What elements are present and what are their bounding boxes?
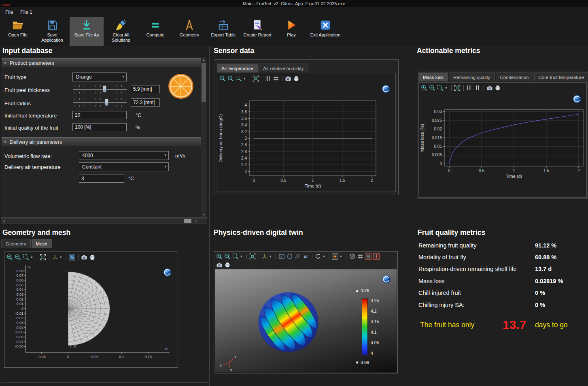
camera-icon[interactable] (486, 85, 493, 91)
mesh-plot-panel: ▾▾ 0.080.070.060.050.040.030.020.010-0.0… (4, 252, 178, 368)
fruit-type-select[interactable]: Orange ▾ (72, 73, 127, 81)
camera-icon[interactable] (216, 262, 223, 268)
slider-handle[interactable] (103, 85, 106, 92)
delivery-air-temperature-select[interactable]: Constant ▾ (79, 162, 169, 171)
view-yz-icon[interactable] (287, 253, 293, 260)
scroll-right-icon[interactable]: ► (194, 219, 199, 223)
horizontal-scrollbar[interactable]: ◄ ► (1, 218, 207, 224)
scrollbar-thumb[interactable] (202, 63, 206, 102)
caret-down-icon[interactable]: ▾ (445, 86, 449, 90)
zoom-box-icon[interactable] (232, 253, 239, 260)
print-icon[interactable] (89, 254, 96, 260)
zoom-extents-icon[interactable] (249, 253, 256, 260)
zoom-in-icon[interactable] (6, 254, 13, 260)
slider-track[interactable] (73, 89, 127, 90)
toolbar-geometry-button[interactable]: Geometry (172, 17, 206, 46)
zoom-out-icon[interactable] (15, 254, 21, 260)
grid-lines-icon[interactable] (474, 85, 481, 91)
zoom-in-icon[interactable] (219, 75, 226, 82)
zoom-out-icon[interactable] (227, 75, 234, 82)
svg-text:2: 2 (244, 169, 247, 174)
caret-down-icon[interactable]: ▾ (244, 77, 247, 81)
caret-down-icon[interactable]: ▾ (340, 254, 344, 258)
axis-orientation-icon[interactable] (261, 253, 268, 260)
grid-lines-icon[interactable] (357, 253, 364, 260)
go-button-icon[interactable] (332, 253, 339, 260)
toolbar-export-table-button[interactable]: Export Table (206, 17, 240, 46)
scroll-up-icon[interactable]: ▲ (201, 58, 206, 62)
scene-cube-icon[interactable] (349, 253, 356, 260)
caret-down-icon[interactable]: ▾ (240, 254, 244, 258)
zoom-extents-icon[interactable] (40, 254, 47, 260)
transparency-icon[interactable] (365, 253, 372, 260)
zoom-in-icon[interactable] (216, 253, 223, 260)
peel-thickness-value[interactable] (131, 85, 160, 93)
massloss-chart-canvas[interactable]: 00.511.5200.0050.010.0150.020.0250.03Tim… (419, 92, 587, 198)
axis-orientation-icon[interactable] (52, 254, 59, 260)
section-product-parameters[interactable]: ▾ Product parameters (2, 58, 201, 67)
toolbar-exit-application-button[interactable]: Exit Application (308, 17, 342, 46)
toolbar-create-report-button[interactable]: Create Report (240, 17, 274, 46)
caret-down-icon[interactable]: ▾ (31, 255, 34, 259)
y-axis-lines-icon[interactable] (265, 75, 272, 82)
camera-icon[interactable] (81, 254, 88, 260)
toolbar-compute-button[interactable]: Compute (138, 17, 172, 46)
actionable-metrics-title: Actionable metrics (417, 47, 480, 55)
scrollbar-thumb[interactable] (184, 219, 191, 223)
metrics-tab-remaining-quality[interactable]: Remaining quality (449, 73, 495, 81)
toolbar-open-file-button[interactable]: Open File (1, 17, 35, 46)
rotate-view-icon[interactable] (315, 253, 322, 260)
vertical-scrollbar[interactable]: ▲ ▼ (201, 58, 206, 217)
flow-rate-select[interactable]: 4000 ▾ (79, 151, 169, 160)
print-icon[interactable] (224, 262, 231, 268)
menu-file-1[interactable]: File 1 (17, 8, 36, 16)
metrics-tab-mass-loss[interactable]: Mass loss (418, 73, 448, 81)
view-xz-icon[interactable] (295, 253, 301, 260)
zoom-out-icon[interactable] (224, 253, 231, 260)
print-icon[interactable] (293, 75, 300, 82)
mesh-render-icon[interactable] (69, 254, 76, 260)
delivery-temperature-input[interactable] (79, 175, 124, 183)
scroll-down-icon[interactable]: ▼ (201, 212, 206, 217)
caret-down-icon[interactable]: ▾ (270, 254, 273, 258)
slider-handle[interactable] (105, 99, 108, 106)
sensor-tab-air-temperature[interactable]: Air temperature (217, 64, 258, 73)
initial-quality-input[interactable] (72, 123, 127, 131)
camera-icon[interactable] (285, 75, 292, 82)
toolbar-clear-all-solutions-button[interactable]: Clear All Solutions (104, 17, 138, 46)
zoom-extents-icon[interactable] (253, 75, 259, 82)
peel-thickness-slider[interactable] (72, 84, 127, 94)
toolbar-save-file-as-button[interactable]: Save File As (70, 17, 104, 46)
zoom-box-icon[interactable] (437, 85, 444, 91)
sensor-tab-air-relative-humidity[interactable]: Air relative humidity (259, 64, 308, 73)
sensor-chart-canvas[interactable]: 00.511.5222.22.42.62.833.23.43.63.84Time… (217, 83, 396, 192)
toolbar-play-button[interactable]: Play (274, 17, 308, 46)
toolbar-save-application-button[interactable]: Save Application (35, 17, 70, 46)
metrics-tab-core-fruit-temperature[interactable]: Core fruit temperature (534, 73, 588, 81)
initial-temperature-input[interactable] (72, 111, 127, 119)
zoom-in-icon[interactable] (421, 85, 428, 91)
zoom-box-icon[interactable] (236, 75, 242, 82)
view-xy-icon[interactable] (278, 253, 285, 260)
y-axis-lines-icon[interactable] (466, 85, 473, 91)
geometry-tab-geometry[interactable]: Geometry (1, 239, 31, 248)
metrics-tab-condensation[interactable]: Condensation (496, 73, 533, 81)
fruit-radius-slider[interactable] (72, 97, 127, 108)
section-delivery-air-parameters[interactable]: ▾ Delivery air parameters (2, 137, 201, 146)
menu-file[interactable]: File (2, 8, 17, 16)
mesh-plot-canvas[interactable]: 0.080.070.060.050.040.030.020.010-0.01-0… (4, 261, 178, 367)
fruit-radius-value[interactable] (131, 98, 160, 107)
flip-view-icon[interactable] (303, 253, 310, 260)
zoom-out-icon[interactable] (429, 85, 436, 91)
caret-down-icon[interactable]: ▾ (323, 254, 327, 258)
scroll-left-icon[interactable]: ◄ (1, 219, 6, 223)
caret-down-icon[interactable]: ▾ (60, 255, 64, 259)
grid-lines-icon[interactable] (273, 75, 280, 82)
zoom-extents-icon[interactable] (454, 85, 461, 91)
print-icon[interactable] (495, 85, 501, 91)
zoom-box-icon[interactable] (23, 254, 30, 260)
geometry-tab-mesh[interactable]: Mesh (32, 239, 52, 248)
clip-plane-icon[interactable] (373, 253, 380, 260)
digital-twin-viewport[interactable]: ▲ 4.26 4.254.24.154.14.054 ▼ 3.99 x y z (215, 269, 397, 372)
slider-track[interactable] (73, 102, 127, 103)
